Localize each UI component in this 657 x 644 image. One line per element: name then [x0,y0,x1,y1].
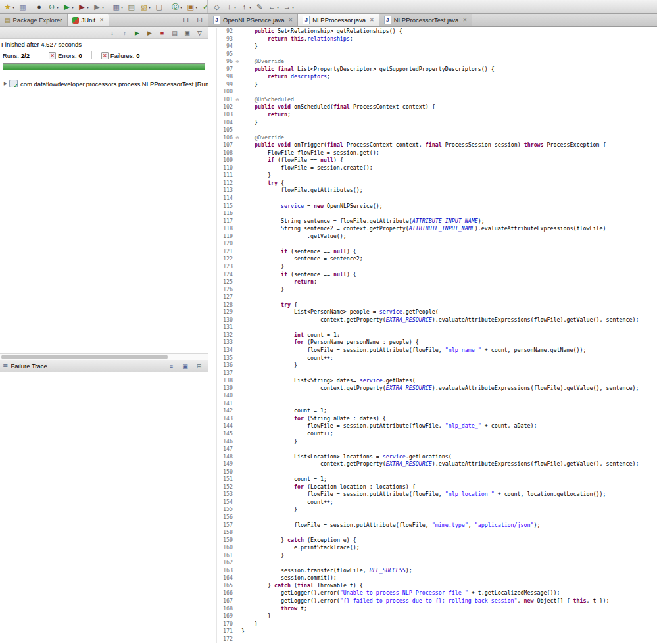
new-folder-icon[interactable]: ▧▾ [138,1,152,12]
marker-bar[interactable] [208,574,216,582]
code-text[interactable] [241,392,657,400]
code-text[interactable]: flowFile = session.putAttribute(flowFile… [241,491,657,499]
dropdown-arrow-icon[interactable]: ▾ [234,5,236,9]
marker-bar[interactable] [208,157,216,164]
marker-bar[interactable] [208,483,216,491]
coverage-icon[interactable]: ▶▾ [76,1,90,12]
marker-bar[interactable] [208,460,216,468]
marker-bar[interactable] [208,141,216,149]
code-text[interactable]: .getValue(); [241,233,657,241]
run-icon[interactable]: ▶▾ [61,1,75,12]
rerun-test-icon[interactable]: ▶ [132,28,143,37]
code-text[interactable]: FlowFile flowFile = session.get(); [241,149,657,157]
marker-bar[interactable] [208,324,216,332]
code-text[interactable]: count = 1; [241,476,657,483]
marker-bar[interactable] [208,203,216,211]
code-text[interactable]: sentence = sentence2; [241,255,657,263]
save-icon[interactable]: ▦ [17,1,28,12]
code-text[interactable]: } catch (final Throwable t) { [241,582,657,590]
marker-bar[interactable] [208,172,216,180]
code-text[interactable]: count++; [241,430,657,438]
close-view-icon[interactable]: ✕ [99,17,104,23]
marker-bar[interactable] [208,240,216,248]
marker-bar[interactable] [208,552,216,560]
open-window-icon[interactable]: ▢ [153,1,164,12]
marker-bar[interactable] [208,589,216,597]
external-tools-icon[interactable]: ▶▾ [91,1,105,12]
previous-annotation-icon[interactable]: ↑▾ [239,1,253,12]
new-java-class-icon[interactable]: Ⓒ▾ [170,1,183,12]
code-text[interactable]: } [241,81,657,89]
new-java-package-icon[interactable]: ▣▾ [185,1,199,12]
code-text[interactable]: try { [241,180,657,187]
scrollbar-thumb[interactable] [1,355,168,359]
marker-bar[interactable] [208,453,216,461]
marker-bar[interactable] [208,103,216,111]
code-text[interactable]: } [241,506,657,514]
code-text[interactable]: } [241,620,657,628]
editor-tab-nlpprocessortest-java[interactable]: JNLPProcessorTest.java✕ [379,14,472,26]
marker-bar[interactable] [208,355,216,362]
marker-bar[interactable] [208,210,216,218]
junit-test-icon[interactable]: ✓▾ [200,1,208,12]
show-trace-in-console-icon[interactable]: ▣ [180,361,191,371]
code-text[interactable]: } [241,172,657,180]
forward-history-icon[interactable]: →▾ [281,1,295,12]
marker-bar[interactable] [208,582,216,590]
code-text[interactable]: return this.relationships; [241,36,657,43]
marker-bar[interactable] [208,111,216,119]
marker-bar[interactable] [208,134,216,142]
marker-bar[interactable] [208,309,216,316]
code-text[interactable]: try { [241,301,657,309]
code-text[interactable]: context.getProperty(EXTRA_RESOURCE).eval… [241,316,657,324]
next-annotation-icon[interactable]: ↓▾ [224,1,237,12]
code-text[interactable]: return; [241,278,657,286]
view-tab-junit[interactable]: JUnit✕ [68,14,109,26]
marker-bar[interactable] [208,51,216,59]
code-text[interactable]: return; [241,111,657,119]
code-text[interactable]: e.printStackTrace(); [241,544,657,552]
test-tree-item[interactable]: ▶✓com.dataflowdeveloper.processors.proce… [0,78,208,89]
dropdown-arrow-icon[interactable]: ▾ [72,5,74,9]
marker-bar[interactable] [208,537,216,545]
marker-bar[interactable] [208,476,216,483]
marker-bar[interactable] [208,43,216,51]
code-text[interactable]: getLogger().error("Unable to process NLP… [241,589,657,597]
code-text[interactable] [241,559,657,567]
marker-bar[interactable] [208,392,216,400]
marker-bar[interactable] [208,66,216,74]
marker-bar[interactable] [208,36,216,43]
code-text[interactable]: } [241,552,657,560]
marker-bar[interactable] [208,233,216,241]
data-source-explorer-icon[interactable]: ▤ [126,1,137,12]
close-tab-icon[interactable]: ✕ [370,17,374,23]
marker-bar[interactable] [208,347,216,355]
marker-bar[interactable] [208,225,216,233]
code-text[interactable]: List<Location> locations = service.getLo… [241,453,657,461]
marker-bar[interactable] [208,195,216,203]
code-text[interactable]: count++; [241,499,657,507]
marker-bar[interactable] [208,316,216,324]
marker-bar[interactable] [208,278,216,286]
marker-bar[interactable] [208,635,216,643]
code-text[interactable]: String sentence2 = context.getProperty(A… [241,225,657,233]
code-text[interactable] [241,51,657,59]
marker-bar[interactable] [208,430,216,438]
dropdown-arrow-icon[interactable]: ▾ [12,5,14,9]
code-text[interactable] [241,529,657,537]
marker-bar[interactable] [208,286,216,294]
marker-bar[interactable] [208,149,216,157]
code-text[interactable]: flowFile = session.putAttribute(flowFile… [241,422,657,430]
dropdown-arrow-icon[interactable]: ▾ [277,5,279,9]
code-text[interactable]: session.transfer(flowFile, REL_SUCCESS); [241,567,657,575]
tree-horizontal-scrollbar[interactable] [0,353,208,360]
code-text[interactable]: List<PersonName> people = service.getPeo… [241,309,657,316]
code-text[interactable]: @Override [241,58,657,66]
dropdown-arrow-icon[interactable]: ▾ [149,5,151,9]
code-text[interactable] [241,293,657,301]
code-text[interactable]: public Set<Relationship> getRelationship… [241,28,657,36]
marker-bar[interactable] [208,263,216,271]
code-text[interactable]: } [241,438,657,446]
code-text[interactable]: String sentence = flowFile.getAttribute(… [241,218,657,226]
marker-bar[interactable] [208,88,216,96]
